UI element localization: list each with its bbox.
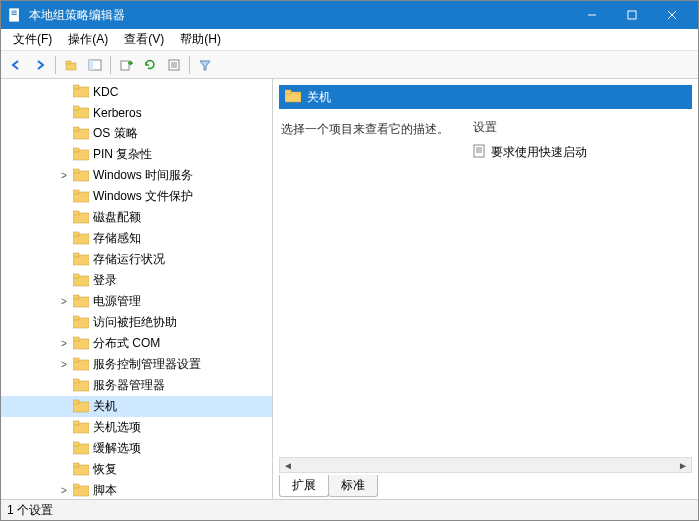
- folder-icon: [73, 168, 89, 184]
- tree-item[interactable]: 服务器管理器: [1, 375, 272, 396]
- menu-action[interactable]: 操作(A): [60, 29, 116, 50]
- maximize-button[interactable]: [612, 1, 652, 29]
- svg-rect-36: [73, 274, 79, 278]
- menu-help[interactable]: 帮助(H): [172, 29, 229, 50]
- detail-description: 选择一个项目来查看它的描述。: [281, 117, 471, 495]
- expander-icon[interactable]: >: [57, 338, 71, 349]
- folder-icon: [73, 273, 89, 289]
- minimize-button[interactable]: [572, 1, 612, 29]
- refresh-button[interactable]: [139, 54, 161, 76]
- tree-item[interactable]: KDC: [1, 81, 272, 102]
- svg-rect-61: [474, 145, 484, 157]
- svg-rect-34: [73, 253, 79, 257]
- tree-item[interactable]: PIN 复杂性: [1, 144, 272, 165]
- tree-item-label: 存储运行状况: [93, 251, 165, 268]
- folder-icon: [73, 147, 89, 163]
- folder-icon: [73, 210, 89, 226]
- tab-standard[interactable]: 标准: [328, 475, 378, 497]
- tree-item-label: Windows 文件保护: [93, 188, 193, 205]
- tree-item[interactable]: 磁盘配额: [1, 207, 272, 228]
- folder-icon: [73, 441, 89, 457]
- tree-item[interactable]: 登录: [1, 270, 272, 291]
- menubar: 文件(F) 操作(A) 查看(V) 帮助(H): [1, 29, 698, 51]
- tree-item[interactable]: Windows 文件保护: [1, 186, 272, 207]
- setting-label: 要求使用快速启动: [491, 144, 587, 161]
- tree-item[interactable]: 缓解选项: [1, 438, 272, 459]
- tree-item[interactable]: >电源管理: [1, 291, 272, 312]
- tree-item[interactable]: 恢复: [1, 459, 272, 480]
- svg-rect-32: [73, 232, 79, 236]
- scroll-track[interactable]: [296, 458, 675, 472]
- properties-button[interactable]: [163, 54, 185, 76]
- menu-file[interactable]: 文件(F): [5, 29, 60, 50]
- tree-pane[interactable]: KDCKerberosOS 策略PIN 复杂性>Windows 时间服务Wind…: [1, 79, 273, 499]
- status-text: 1 个设置: [7, 502, 53, 519]
- show-tree-button[interactable]: [84, 54, 106, 76]
- scroll-left-icon[interactable]: ◄: [280, 458, 296, 472]
- tree-item-label: KDC: [93, 85, 118, 99]
- tree-item-label: 服务器管理器: [93, 377, 165, 394]
- up-button[interactable]: [60, 54, 82, 76]
- svg-rect-42: [73, 337, 79, 341]
- toolbar-separator: [55, 56, 56, 74]
- expander-icon[interactable]: >: [57, 485, 71, 496]
- svg-rect-54: [73, 463, 79, 467]
- tree-item-label: Windows 时间服务: [93, 167, 193, 184]
- tree-item[interactable]: >Windows 时间服务: [1, 165, 272, 186]
- tree-item-label: 分布式 COM: [93, 335, 160, 352]
- menu-view[interactable]: 查看(V): [116, 29, 172, 50]
- tree-item-label: Kerberos: [93, 106, 142, 120]
- tree-item-label: 关机选项: [93, 419, 141, 436]
- tree-item[interactable]: 存储运行状况: [1, 249, 272, 270]
- detail-tabs: 扩展 标准: [279, 475, 377, 497]
- toolbar: [1, 51, 698, 79]
- svg-rect-26: [73, 169, 79, 173]
- expander-icon[interactable]: >: [57, 296, 71, 307]
- toolbar-separator: [110, 56, 111, 74]
- close-button[interactable]: [652, 1, 692, 29]
- tree-item[interactable]: >分布式 COM: [1, 333, 272, 354]
- tree-item-label: PIN 复杂性: [93, 146, 152, 163]
- tree-item[interactable]: >服务控制管理器设置: [1, 354, 272, 375]
- app-icon: [7, 7, 23, 23]
- tree-item-label: 磁盘配额: [93, 209, 141, 226]
- folder-icon: [73, 420, 89, 436]
- window-title: 本地组策略编辑器: [29, 7, 572, 24]
- tree-item[interactable]: Kerberos: [1, 102, 272, 123]
- svg-rect-22: [73, 127, 79, 131]
- expander-icon[interactable]: >: [57, 359, 71, 370]
- detail-pane: 关机 选择一个项目来查看它的描述。 设置 要求使用快速启动 ◄ ► 扩展 标准: [273, 79, 698, 499]
- svg-rect-60: [285, 90, 291, 94]
- tree-item-label: 关机: [93, 398, 117, 415]
- column-header-setting[interactable]: 设置: [471, 117, 690, 142]
- tree-item-label: 缓解选项: [93, 440, 141, 457]
- folder-icon: [73, 294, 89, 310]
- titlebar: 本地组策略编辑器: [1, 1, 698, 29]
- tree-item[interactable]: 关机: [1, 396, 272, 417]
- tree-item-label: 脚本: [93, 482, 117, 499]
- svg-rect-12: [121, 61, 129, 70]
- tree-item[interactable]: 访问被拒绝协助: [1, 312, 272, 333]
- svg-rect-28: [73, 190, 79, 194]
- tree-item[interactable]: 存储感知: [1, 228, 272, 249]
- tree-item-label: 登录: [93, 272, 117, 289]
- setting-row[interactable]: 要求使用快速启动: [471, 142, 690, 162]
- tree-item[interactable]: 关机选项: [1, 417, 272, 438]
- folder-icon: [73, 336, 89, 352]
- horizontal-scrollbar[interactable]: ◄ ►: [279, 457, 692, 473]
- detail-body: 选择一个项目来查看它的描述。 设置 要求使用快速启动: [273, 113, 698, 499]
- tree-item[interactable]: >脚本: [1, 480, 272, 499]
- expander-icon[interactable]: >: [57, 170, 71, 181]
- svg-rect-3: [12, 14, 17, 15]
- filter-button[interactable]: [194, 54, 216, 76]
- forward-button[interactable]: [29, 54, 51, 76]
- detail-list: 设置 要求使用快速启动: [471, 117, 690, 495]
- svg-rect-30: [73, 211, 79, 215]
- scroll-right-icon[interactable]: ►: [675, 458, 691, 472]
- folder-icon: [73, 189, 89, 205]
- back-button[interactable]: [5, 54, 27, 76]
- tab-extended[interactable]: 扩展: [279, 475, 329, 497]
- svg-rect-1: [12, 11, 17, 12]
- tree-item[interactable]: OS 策略: [1, 123, 272, 144]
- export-button[interactable]: [115, 54, 137, 76]
